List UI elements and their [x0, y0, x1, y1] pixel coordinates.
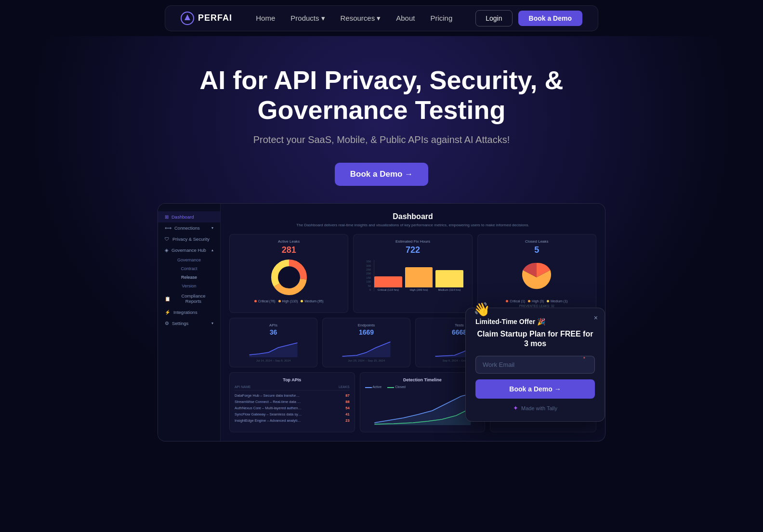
- sidebar: ⊞ Dashboard ⟺ Connections ▾ 🛡 Privacy & …: [158, 204, 221, 441]
- nav-resources[interactable]: Resources ▾: [341, 14, 381, 23]
- nav-pricing[interactable]: Pricing: [430, 14, 452, 22]
- sidebar-item-governance[interactable]: ◈ Governance Hub ▴: [158, 245, 220, 256]
- popup-offer-label: Limited-Time Offer 🎉: [475, 318, 595, 325]
- logo-text: PERFAI: [198, 13, 232, 23]
- table-row: StreamWise Connect – Real-time data stre…: [235, 399, 350, 405]
- tally-icon: ✦: [513, 404, 518, 412]
- table-row: DataForge Hub – Secure data transformati…: [235, 392, 350, 399]
- popup-footer: ✦ Made with Tally: [475, 404, 595, 412]
- metric-closed-leaks: Closed Leaks 5: [477, 234, 596, 313]
- popup-close-button[interactable]: ×: [594, 314, 598, 322]
- sidebar-sub-contract[interactable]: Contract: [158, 264, 220, 273]
- sidebar-item-integrations[interactable]: ⚡ Integrations: [158, 307, 220, 318]
- book-demo-nav-button[interactable]: Book a Demo: [518, 11, 582, 26]
- sidebar-item-dashboard[interactable]: ⊞ Dashboard: [158, 211, 220, 222]
- popup-email-wrap: *: [475, 356, 595, 374]
- required-indicator: *: [583, 356, 585, 362]
- apis-label: APIs: [235, 323, 312, 327]
- endpoints-date-range: Jun 25, 2024 – Sep 15, 2024: [328, 359, 405, 362]
- top-apis-title: Top APIs: [235, 377, 350, 382]
- critical-dot2: [506, 300, 508, 302]
- nav-products[interactable]: Products ▾: [290, 14, 325, 23]
- logo-icon: [181, 12, 194, 25]
- dashboard-subtitle: The Dashboard delivers real-time insight…: [229, 223, 596, 227]
- svg-marker-7: [250, 343, 298, 357]
- closed-leaks-pie: [483, 258, 591, 297]
- sidebar-label-privacy: Privacy & Security: [172, 236, 210, 242]
- active-leaks-donut: [235, 258, 343, 297]
- sidebar-item-connections[interactable]: ⟺ Connections ▾: [158, 222, 220, 234]
- detection-timeline-title: Detection Timeline: [365, 377, 480, 382]
- endpoints-label: Endpoints: [328, 323, 405, 327]
- sidebar-label-governance: Governance Hub: [171, 247, 206, 253]
- chevron-up-icon: ▴: [211, 248, 213, 252]
- chevron-icon: ▾: [211, 226, 213, 230]
- bar-high: [405, 267, 433, 287]
- critical-dot: [254, 300, 257, 302]
- sidebar-label-dashboard: Dashboard: [171, 214, 194, 220]
- sidebar-item-compliance[interactable]: 📋 Compliance Reports: [158, 290, 220, 307]
- login-button[interactable]: Login: [475, 10, 512, 26]
- book-demo-hero-button[interactable]: Book a Demo →: [335, 163, 428, 186]
- medium-dot: [301, 300, 303, 302]
- hero-subtitle: Protect your SaaS, Mobile, & Public APIs…: [10, 134, 753, 145]
- sidebar-label-compliance: Compliance Reports: [173, 293, 213, 304]
- svg-marker-1: [184, 14, 190, 20]
- metric-fix-hours: Estimated Fix Hours 722 3503002502001501…: [353, 234, 472, 313]
- apis-value: 36: [235, 328, 312, 336]
- hero-section: AI for API Privacy, Security, & Governan…: [0, 36, 763, 461]
- sidebar-sub-governance[interactable]: Governance: [158, 256, 220, 264]
- top-apis-card: Top APIs API NAME LEAKS DataForge Hub – …: [229, 372, 355, 432]
- dashboard-icon: ⊞: [165, 214, 169, 220]
- email-field[interactable]: [475, 356, 595, 374]
- nav-home[interactable]: Home: [256, 14, 275, 22]
- high-dot2: [528, 300, 530, 302]
- sidebar-label-settings: Settings: [172, 321, 188, 326]
- closed-leaks-label: Closed Leaks: [483, 239, 591, 244]
- sidebar-label-integrations: Integrations: [173, 310, 197, 315]
- logo[interactable]: PERFAI: [181, 12, 232, 25]
- nav-about[interactable]: About: [396, 14, 415, 22]
- sidebar-sub-release[interactable]: Release: [158, 273, 220, 282]
- dashboard-title: Dashboard: [229, 212, 596, 221]
- hero-title: AI for API Privacy, Security, & Governan…: [165, 65, 598, 125]
- privacy-icon: 🛡: [165, 236, 170, 242]
- active-leaks-label: Active Leaks: [235, 239, 343, 244]
- medium-dot2: [547, 300, 549, 302]
- chevron-down-icon: ▾: [211, 321, 213, 325]
- svg-marker-8: [342, 342, 391, 357]
- made-with-tally: Made with Tally: [521, 405, 557, 411]
- high-dot: [278, 300, 281, 302]
- sidebar-sub-version[interactable]: Version: [158, 282, 220, 290]
- chevron-down-icon: ▾: [377, 14, 381, 23]
- active-line-icon: [365, 387, 372, 388]
- active-leaks-legend: Critical (76) High (110) Medium (95): [235, 299, 343, 303]
- popup-claim-label: Claim Startup Plan for FREE for 3 mos: [475, 329, 595, 350]
- sidebar-item-privacy[interactable]: 🛡 Privacy & Security: [158, 234, 220, 245]
- settings-icon: ⚙: [165, 321, 169, 326]
- popup-book-demo-button[interactable]: Book a Demo →: [475, 379, 595, 399]
- chevron-down-icon: ▾: [321, 14, 325, 23]
- svg-point-6: [278, 267, 300, 288]
- dashboard-preview: ⊞ Dashboard ⟺ Connections ▾ 🛡 Privacy & …: [158, 203, 605, 441]
- table-row: AuthNexus Core – Multi-layered authentic…: [235, 405, 350, 411]
- sidebar-label-connections: Connections: [174, 225, 200, 231]
- governance-icon: ◈: [165, 247, 169, 253]
- sidebar-item-settings[interactable]: ⚙ Settings ▾: [158, 318, 220, 329]
- bar-critical: [374, 276, 402, 287]
- hand-emoji: 👋: [474, 301, 490, 317]
- compliance-icon: 📋: [165, 296, 171, 301]
- active-leaks-value: 281: [235, 245, 343, 255]
- closed-leaks-legend: Critical (1) High (3) Medium (1): [483, 299, 591, 303]
- integrations-icon: ⚡: [165, 310, 171, 315]
- timeline-legend: Active Closed: [365, 385, 480, 389]
- endpoints-value: 1669: [328, 328, 405, 336]
- metrics-row-1: Active Leaks 281: [229, 234, 596, 313]
- table-row: InsightEdge Engine – Advanced analytics …: [235, 417, 350, 424]
- metric-active-leaks: Active Leaks 281: [229, 234, 348, 313]
- connections-icon: ⟺: [165, 225, 171, 231]
- apis-date-range: Jul 14, 2024 – Sep 8, 2024: [235, 359, 312, 362]
- popup-offer: 👋 × Limited-Time Offer 🎉 Claim Startup P…: [465, 308, 605, 422]
- fix-hours-value: 722: [358, 245, 467, 255]
- fix-hours-label: Estimated Fix Hours: [358, 239, 467, 244]
